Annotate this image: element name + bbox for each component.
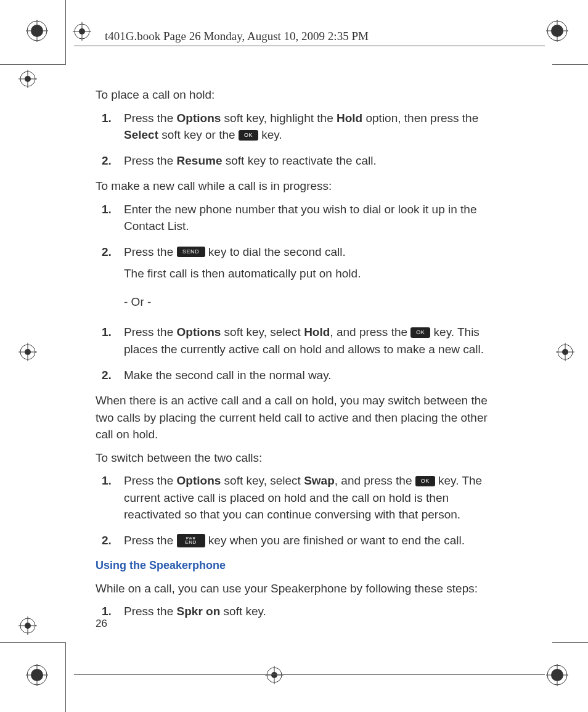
step-number: 2. [96, 367, 124, 384]
svg-point-3 [31, 25, 43, 37]
paragraph-text: When there is an active call and a call … [96, 392, 496, 443]
page-number: 26 [96, 618, 107, 630]
step-body: Press the Resume soft key to reactivate … [124, 152, 496, 170]
step-body: Press the SEND key to dial the second ca… [124, 243, 496, 316]
step-number: 1. [96, 110, 124, 144]
crop-target-icon [556, 343, 574, 361]
crop-line [552, 64, 588, 65]
svg-point-7 [551, 25, 563, 37]
crop-target-icon [73, 22, 91, 41]
svg-point-15 [551, 669, 563, 681]
step-body: Press the Options soft key, select Hold,… [124, 324, 496, 358]
intro-text: To switch between the two calls: [96, 449, 496, 467]
step-number: 1. [96, 472, 124, 523]
crop-line [0, 64, 65, 65]
step-body: Make the second call in the normal way. [124, 367, 496, 384]
page-content: To place a call on hold: 1. Press the Op… [96, 86, 496, 629]
step-body: Press the Options soft key, highlight th… [124, 110, 496, 144]
crop-line [74, 674, 545, 675]
crop-line [552, 642, 588, 643]
crop-line [0, 642, 65, 643]
ok-key-icon: OK [410, 327, 430, 338]
step-body: Press the PWREND key when you are finish… [124, 532, 496, 549]
step-body: Press the Spkr on soft key. [124, 603, 496, 620]
header-rule [74, 46, 545, 46]
crop-line [65, 642, 66, 712]
crop-mark-icon [25, 663, 49, 687]
crop-mark-icon [545, 18, 570, 43]
step-number: 1. [96, 201, 124, 235]
crop-target-icon [18, 70, 37, 88]
intro-text: To place a call on hold: [96, 86, 496, 104]
step-number: 2. [96, 243, 124, 316]
page-header: t401G.book Page 26 Monday, August 10, 20… [105, 30, 369, 43]
step-number: 1. [96, 324, 124, 358]
svg-point-11 [31, 669, 43, 681]
intro-text: To make a new call while a call is in pr… [96, 178, 496, 195]
crop-mark-icon [25, 18, 49, 43]
step-number: 2. [96, 532, 124, 549]
end-key-icon: PWREND [177, 534, 205, 547]
crop-target-icon [18, 343, 37, 361]
step-body: Enter the new phone number that you wish… [124, 201, 496, 235]
section-heading: Using the Speakerphone [96, 557, 496, 573]
crop-target-icon [18, 616, 37, 635]
ok-key-icon: OK [415, 476, 435, 486]
crop-line [65, 0, 66, 65]
crop-mark-icon [545, 663, 570, 687]
step-body: Press the Options soft key, select Swap,… [124, 472, 496, 523]
crop-target-icon [265, 666, 284, 684]
intro-text: While on a call, you can use your Speake… [96, 580, 496, 597]
send-key-icon: SEND [177, 247, 205, 257]
ok-key-icon: OK [239, 130, 258, 141]
step-number: 2. [96, 152, 124, 170]
